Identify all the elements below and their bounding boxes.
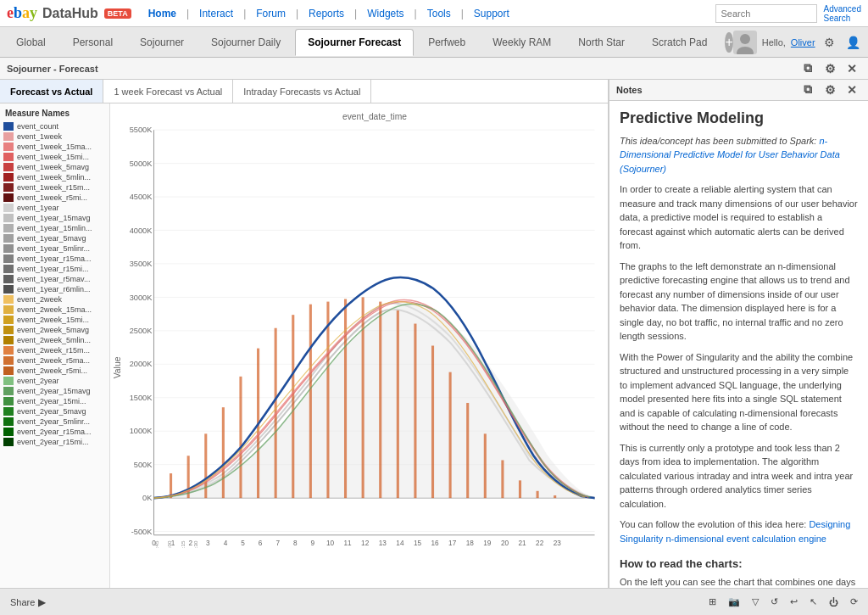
legend-item[interactable]: event_2year_15mavg: [0, 386, 109, 396]
cycle-button[interactable]: ⟳: [847, 595, 861, 609]
legend-item-label: event_1week_r15m...: [17, 183, 90, 192]
legend-color-swatch: [3, 438, 14, 446]
legend-item[interactable]: event_1year_5mlinr...: [0, 243, 109, 254]
back-button[interactable]: ↩: [787, 595, 801, 609]
window-restore-icon[interactable]: ⧉: [798, 59, 817, 78]
legend-item[interactable]: event_2year_r15mi...: [0, 437, 109, 447]
logo-area: ebay DataHub BETA: [7, 4, 131, 22]
legend-item[interactable]: event_2week: [0, 294, 109, 305]
user-name-link[interactable]: Oliver: [791, 37, 815, 48]
chart-tab-1week[interactable]: 1 week Forecast vs Actual: [103, 80, 233, 103]
nav-support[interactable]: Support: [474, 8, 509, 20]
nav-forum[interactable]: Forum: [256, 8, 286, 20]
tab-north-star[interactable]: North Star: [565, 29, 637, 56]
legend-color-swatch: [3, 316, 14, 324]
user-icon-btn[interactable]: 👤: [844, 33, 863, 52]
svg-rect-68: [326, 302, 329, 499]
legend-item-label: event_2week: [17, 295, 62, 304]
settings-icon-btn[interactable]: ⚙: [821, 33, 839, 52]
sub-header-title: Sojourner - Forecast: [7, 64, 98, 74]
legend-item[interactable]: event_1year_15mlin...: [0, 223, 109, 233]
tab-sojourner-daily[interactable]: Sojourner Daily: [198, 29, 293, 56]
svg-text:2000K: 2000K: [130, 360, 153, 368]
sub-settings-icon[interactable]: ⚙: [821, 59, 839, 78]
legend-item[interactable]: event_1year_r15mi...: [0, 264, 109, 274]
svg-text:13: 13: [379, 540, 387, 547]
filter-button[interactable]: ▽: [748, 595, 762, 609]
legend-item[interactable]: event_1week_r5mi...: [0, 193, 109, 203]
legend-item[interactable]: event_2year_r15ma...: [0, 427, 109, 437]
tab-sojourner[interactable]: Sojourner: [127, 29, 197, 56]
notes-window-icon[interactable]: ⧉: [798, 81, 817, 99]
legend-color-swatch: [3, 377, 14, 385]
nav-tools[interactable]: Tools: [427, 8, 451, 20]
nav-reports[interactable]: Reports: [309, 8, 344, 20]
legend-item[interactable]: event_2year_15mi...: [0, 396, 109, 406]
legend-item[interactable]: event_2year_5mlinr...: [0, 417, 109, 427]
tab-perfweb[interactable]: Perfweb: [415, 29, 478, 56]
tab-global[interactable]: Global: [3, 29, 58, 56]
add-tab-button[interactable]: +: [725, 32, 732, 53]
notes-settings-icon[interactable]: ⚙: [821, 81, 839, 99]
legend-item[interactable]: event_2year: [0, 376, 109, 386]
legend-item[interactable]: event_1year_15mavg: [0, 213, 109, 223]
advanced-search-link[interactable]: AdvancedSearch: [824, 4, 861, 23]
tab-scratch-pad[interactable]: Scratch Pad: [639, 29, 720, 56]
search-input[interactable]: [715, 4, 817, 23]
legend-item[interactable]: event_2week_r15m...: [0, 345, 109, 355]
nav-home[interactable]: Home: [148, 8, 176, 20]
refresh-button[interactable]: ↺: [767, 595, 782, 609]
svg-text::15: :15: [180, 540, 186, 548]
legend-item-label: event_1week_15mi...: [17, 153, 89, 161]
legend: Measure Names event_countevent_1weekeven…: [0, 103, 110, 588]
legend-color-swatch: [3, 305, 14, 314]
svg-rect-74: [431, 346, 434, 499]
legend-item[interactable]: event_count: [0, 121, 109, 131]
notes-para-4: This is currently only a prototype and t…: [620, 441, 858, 512]
legend-item[interactable]: event_1year_r6mlin...: [0, 284, 109, 294]
legend-item[interactable]: event_1year_r5mav...: [0, 274, 109, 284]
legend-item[interactable]: event_1week: [0, 131, 109, 142]
legend-item[interactable]: event_1week_15ma...: [0, 142, 109, 152]
legend-item[interactable]: event_2week_15mi...: [0, 315, 109, 325]
legend-color-swatch: [3, 387, 14, 395]
grid-view-button[interactable]: ⊞: [705, 595, 720, 609]
svg-rect-59: [170, 473, 172, 498]
legend-item[interactable]: event_1year: [0, 203, 109, 213]
power-button[interactable]: ⏻: [826, 595, 842, 609]
chart-tab-intraday[interactable]: Intraday Forecasts vs Actual: [233, 80, 371, 103]
svg-text:21: 21: [518, 540, 526, 547]
tab-personal[interactable]: Personal: [60, 29, 125, 56]
top-nav: ebay DataHub BETA Home | Interact | Foru…: [0, 0, 868, 27]
svg-text::30: :30: [192, 540, 198, 548]
power-icon: ⏻: [829, 597, 838, 607]
legend-item[interactable]: event_1year_5mavg: [0, 233, 109, 243]
tab-sojourner-forecast[interactable]: Sojourner Forecast: [295, 29, 414, 56]
nav-widgets[interactable]: Widgets: [367, 8, 403, 20]
legend-item[interactable]: event_2week_r5mi...: [0, 366, 109, 376]
svg-text:1000K: 1000K: [130, 427, 153, 435]
pointer-button[interactable]: ↖: [806, 595, 821, 609]
share-button[interactable]: Share ▶: [7, 595, 49, 610]
svg-rect-70: [362, 297, 364, 498]
notes-close-icon[interactable]: ✕: [843, 81, 861, 99]
legend-item[interactable]: event_1year_r15ma...: [0, 254, 109, 264]
legend-item[interactable]: event_1week_5mlin...: [0, 172, 109, 182]
legend-item[interactable]: event_1week_5mavg: [0, 162, 109, 172]
legend-item[interactable]: event_2week_15ma...: [0, 305, 109, 315]
legend-item[interactable]: event_1week_r15m...: [0, 182, 109, 193]
user-hello-label: Hello,: [762, 37, 786, 48]
legend-item[interactable]: event_1week_15mi...: [0, 152, 109, 162]
legend-item[interactable]: event_2week_5mavg: [0, 325, 109, 335]
tab-weekly-ram[interactable]: Weekly RAM: [480, 29, 564, 56]
nav-interact[interactable]: Interact: [199, 8, 233, 20]
legend-item[interactable]: event_2week_5mlin...: [0, 335, 109, 345]
legend-item[interactable]: event_2week_r5ma...: [0, 355, 109, 366]
chart-tab-forecast-actual[interactable]: Forecast vs Actual: [0, 80, 103, 103]
legend-item[interactable]: event_2year_5mavg: [0, 406, 109, 417]
ebay-b: b: [14, 4, 22, 21]
legend-header: Measure Names: [0, 107, 109, 121]
sub-close-icon[interactable]: ✕: [843, 59, 861, 78]
camera-button[interactable]: 📷: [725, 595, 743, 609]
legend-item-label: event_1week_5mlin...: [17, 173, 91, 182]
